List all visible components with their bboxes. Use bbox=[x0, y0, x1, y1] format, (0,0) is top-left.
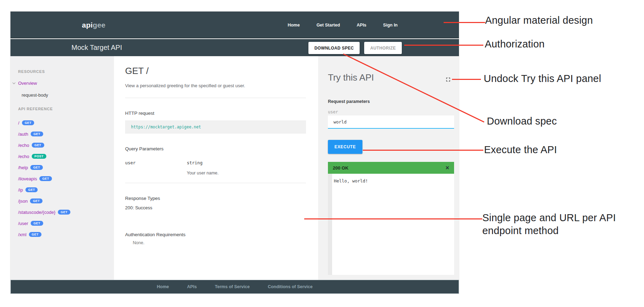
endpoint-path[interactable]: /xml bbox=[18, 232, 26, 237]
method-badge[interactable]: GET bbox=[31, 132, 43, 136]
http-request-url[interactable]: https://mocktarget.apigee.net bbox=[131, 125, 201, 129]
method-badge[interactable]: GET bbox=[30, 165, 43, 170]
footer-link-apis[interactable]: APIs bbox=[187, 284, 197, 289]
endpoint-path[interactable]: /echo bbox=[18, 154, 29, 159]
sidebar-endpoint-row[interactable]: /iloveapis GET bbox=[18, 173, 114, 184]
endpoint-path[interactable]: /echo bbox=[18, 143, 29, 148]
chevron-down-icon bbox=[13, 81, 15, 84]
endpoint-description: View a personalized greeting for the spe… bbox=[125, 83, 306, 88]
method-badge[interactable]: GET bbox=[22, 120, 34, 125]
nav-home[interactable]: Home bbox=[288, 23, 300, 28]
endpoint-path[interactable]: /statuscode/{code} bbox=[18, 210, 55, 215]
api-subheader: Mock Target API DOWNLOAD SPEC AUTHORIZE bbox=[10, 39, 459, 56]
sidebar-endpoint-row[interactable]: /echo POST bbox=[18, 151, 114, 162]
callout-line-single-page bbox=[304, 218, 482, 219]
auth-requirements-value: None. bbox=[133, 240, 306, 245]
annotation-single-page: Single page and URL per API endpoint met… bbox=[482, 211, 632, 237]
annotation-authorization: Authorization bbox=[485, 38, 545, 51]
method-badge[interactable]: POST bbox=[32, 154, 46, 159]
parameter-description: Your user name. bbox=[187, 171, 306, 175]
method-badge[interactable]: GET bbox=[29, 232, 41, 237]
user-field-label: user bbox=[328, 110, 454, 114]
nav-sign-in[interactable]: Sign In bbox=[383, 23, 398, 28]
sidebar: RESOURCES Overview request-body API REFE… bbox=[10, 56, 114, 280]
sidebar-endpoint-row[interactable]: /json GET bbox=[18, 195, 114, 207]
annotation-download-spec: Download spec bbox=[487, 115, 557, 128]
sidebar-endpoint-row[interactable]: / GET bbox=[18, 117, 114, 128]
sidebar-endpoint-row[interactable]: /statuscode/{code} GET bbox=[18, 207, 114, 218]
footer-link-terms[interactable]: Terms of Service bbox=[215, 284, 250, 289]
top-nav-links: Home Get Started APIs Sign In bbox=[288, 12, 398, 38]
sidebar-item-overview[interactable]: Overview bbox=[18, 81, 114, 86]
response-status-bar: 200 OK × bbox=[328, 162, 454, 174]
top-navbar: apigee Home Get Started APIs Sign In bbox=[10, 12, 459, 38]
callout-line-execute bbox=[363, 150, 483, 151]
method-badge[interactable]: GET bbox=[31, 221, 43, 226]
nav-get-started[interactable]: Get Started bbox=[316, 23, 340, 28]
api-title: Mock Target API bbox=[71, 39, 122, 56]
sidebar-endpoint-row[interactable]: /xml GET bbox=[18, 229, 114, 240]
download-spec-button[interactable]: DOWNLOAD SPEC bbox=[308, 42, 360, 54]
endpoint-doc: GET / View a personalized greeting for t… bbox=[114, 56, 318, 280]
sidebar-endpoint-row[interactable]: /ip GET bbox=[18, 184, 114, 195]
sidebar-endpoint-row[interactable]: /help GET bbox=[18, 162, 114, 173]
authorize-button[interactable]: AUTHORIZE bbox=[364, 42, 402, 54]
annotation-material-design: Angular material design bbox=[485, 14, 593, 27]
endpoint-path[interactable]: /user bbox=[18, 221, 28, 226]
endpoint-path[interactable]: /ip bbox=[18, 187, 23, 193]
response-body-text: Hello, world! bbox=[334, 178, 368, 184]
sidebar-endpoint-row[interactable]: /auth GET bbox=[18, 128, 114, 140]
nav-apis[interactable]: APIs bbox=[357, 23, 367, 28]
api-reference-heading: API REFERENCE bbox=[18, 107, 114, 111]
query-parameters-heading: Query Parameters bbox=[125, 146, 306, 151]
response-body: Hello, world! bbox=[328, 174, 454, 275]
method-badge[interactable]: GET bbox=[30, 199, 43, 203]
execute-button[interactable]: EXECUTE bbox=[328, 140, 362, 154]
response-types-heading: Response Types bbox=[125, 196, 306, 201]
sidebar-endpoint-row[interactable]: /echo GET bbox=[18, 140, 114, 151]
request-parameters-label: Request parameters bbox=[328, 99, 454, 104]
parameter-row: user string bbox=[125, 160, 306, 165]
apigee-logo[interactable]: apigee bbox=[82, 12, 106, 38]
response-type-value: 200: Success bbox=[125, 205, 306, 210]
annotation-execute: Execute the API bbox=[484, 143, 557, 156]
parameter-name: user bbox=[125, 160, 187, 165]
endpoint-path[interactable]: /json bbox=[18, 199, 28, 204]
divider bbox=[125, 183, 306, 183]
page: apigee Home Get Started APIs Sign In Moc… bbox=[0, 0, 644, 307]
overview-label: Overview bbox=[18, 81, 37, 86]
endpoint-path[interactable]: /iloveapis bbox=[18, 176, 37, 181]
logo-text-bold: api bbox=[82, 21, 93, 29]
annotation-undock: Undock Try this API panel bbox=[484, 72, 606, 85]
user-input[interactable] bbox=[328, 115, 454, 129]
method-badge[interactable]: GET bbox=[58, 210, 70, 215]
endpoint-path[interactable]: /help bbox=[18, 165, 28, 170]
endpoint-title: GET / bbox=[125, 66, 306, 76]
sidebar-item-request-body[interactable]: request-body bbox=[22, 92, 114, 98]
http-request-heading: HTTP request bbox=[125, 111, 306, 116]
footer: Home APIs Terms of Service Conditions of… bbox=[10, 280, 459, 294]
close-icon[interactable]: × bbox=[445, 165, 449, 171]
try-this-api-panel: Try this API Request parameters user EXE… bbox=[318, 56, 459, 280]
method-badge[interactable]: GET bbox=[25, 187, 38, 192]
response-status: 200 OK bbox=[333, 165, 348, 171]
callout-line-authorization bbox=[404, 45, 483, 46]
endpoint-path[interactable]: / bbox=[18, 120, 20, 126]
footer-link-conditions[interactable]: Conditions of Service bbox=[268, 284, 313, 289]
footer-link-home[interactable]: Home bbox=[157, 284, 169, 289]
sidebar-endpoint-row[interactable]: /user GET bbox=[18, 218, 114, 229]
undock-icon[interactable] bbox=[446, 77, 451, 82]
resources-heading: RESOURCES bbox=[18, 69, 114, 74]
divider bbox=[125, 98, 306, 98]
method-badge[interactable]: GET bbox=[39, 176, 52, 181]
method-badge[interactable]: GET bbox=[32, 143, 44, 148]
auth-requirements-heading: Authentication Requirements bbox=[125, 232, 306, 237]
content-area: RESOURCES Overview request-body API REFE… bbox=[10, 56, 459, 280]
logo-text-light: gee bbox=[93, 21, 106, 29]
portal-window: apigee Home Get Started APIs Sign In Moc… bbox=[10, 12, 459, 294]
callout-line-undock bbox=[452, 79, 481, 80]
callout-line-material-design bbox=[444, 22, 485, 23]
subheader-actions: DOWNLOAD SPEC AUTHORIZE bbox=[308, 39, 402, 57]
endpoint-path[interactable]: /auth bbox=[18, 132, 28, 137]
parameter-type: string bbox=[187, 160, 202, 165]
